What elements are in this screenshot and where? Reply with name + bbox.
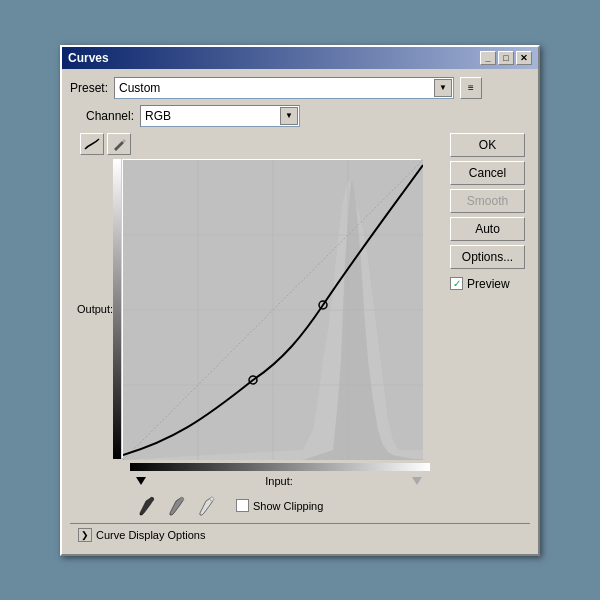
output-label: Output: [77,303,113,315]
preview-checkbox[interactable]: ✓ [450,277,463,290]
close-button[interactable]: ✕ [516,51,532,65]
curve-tools [80,133,444,155]
options-button[interactable]: Options... [450,245,525,269]
preset-row: Preset: Custom Default Strong Contrast I… [70,77,530,99]
show-clipping-checkbox[interactable] [236,499,249,512]
channel-label: Channel: [86,109,134,123]
curve-display-options-row: ❯ Curve Display Options [70,523,530,546]
cancel-button[interactable]: Cancel [450,161,525,185]
minimize-button[interactable]: _ [480,51,496,65]
svg-point-12 [210,497,214,501]
main-area: Output: [70,133,530,517]
preset-label: Preset: [70,81,108,95]
maximize-button[interactable]: □ [498,51,514,65]
input-controls: Input: [134,475,424,487]
dialog-title: Curves [68,51,109,65]
preset-options-button[interactable]: ≡ [460,77,482,99]
title-bar-buttons: _ □ ✕ [480,51,532,65]
svg-point-11 [180,497,184,501]
input-gradient-bar [130,463,430,471]
ok-button[interactable]: OK [450,133,525,157]
black-eyedropper-button[interactable] [138,495,160,517]
preview-row: ✓ Preview [450,277,530,291]
expand-icon[interactable]: ❯ [78,528,92,542]
channel-select-wrapper: RGB Red Green Blue ▼ [140,105,300,127]
right-panel: OK Cancel Smooth Auto Options... ✓ Previ… [450,133,530,517]
dialog-body: Preset: Custom Default Strong Contrast I… [62,69,538,554]
pencil-tool-button[interactable] [107,133,131,155]
spacer [122,463,130,471]
output-gradient-bar [113,159,121,459]
black-point-triangle[interactable] [136,477,146,485]
eyedropper-row: Show Clipping [122,495,444,517]
curve-area-wrapper: Output: [70,159,444,459]
channel-select[interactable]: RGB Red Green Blue [140,105,300,127]
input-row: Input: [122,475,444,487]
preset-select-wrapper: Custom Default Strong Contrast Increase … [114,77,454,99]
left-panel: Output: [70,133,444,517]
preset-select[interactable]: Custom Default Strong Contrast Increase … [114,77,454,99]
curve-canvas [123,160,423,460]
auto-button[interactable]: Auto [450,217,525,241]
preview-label: Preview [467,277,510,291]
bottom-gradient-area [122,463,444,471]
curves-dialog: Curves _ □ ✕ Preset: Custom Default Stro… [60,45,540,556]
smooth-button[interactable]: Smooth [450,189,525,213]
show-clipping-label: Show Clipping [253,500,323,512]
white-point-triangle[interactable] [412,477,422,485]
input-label: Input: [265,475,293,487]
show-clipping-row: Show Clipping [236,499,323,512]
curve-with-gradient [122,159,422,459]
gray-eyedropper-button[interactable] [168,495,190,517]
white-eyedropper-button[interactable] [198,495,220,517]
curve-tool-button[interactable] [80,133,104,155]
title-bar: Curves _ □ ✕ [62,47,538,69]
svg-point-10 [150,497,154,501]
curve-container[interactable] [122,159,422,459]
curve-display-options-label: Curve Display Options [96,529,205,541]
channel-row: Channel: RGB Red Green Blue ▼ [86,105,530,127]
